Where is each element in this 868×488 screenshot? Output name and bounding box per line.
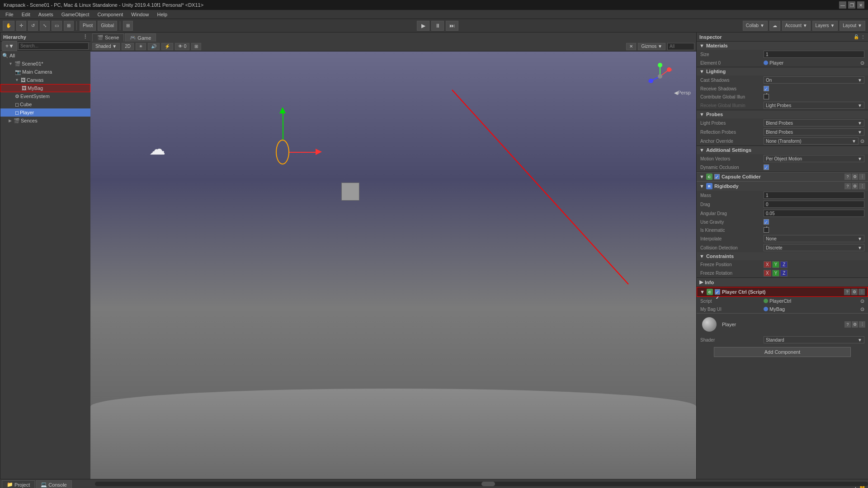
element0-select-btn[interactable]: ⊙	[860, 60, 864, 66]
capsule-collider-enable[interactable]: ✓	[714, 174, 720, 179]
shading-dropdown[interactable]: Shaded ▼	[92, 43, 120, 50]
script-select-btn[interactable]: ⊙	[860, 298, 864, 304]
anchor-override-select[interactable]: ⊙	[860, 138, 864, 144]
grid-toggle[interactable]: ⊞	[191, 43, 201, 50]
rigidbody-menu-btn[interactable]: ⋮	[859, 183, 865, 189]
scene-visibility[interactable]: 👁 0	[175, 43, 189, 50]
rigidbody-settings-btn[interactable]: ⚙	[852, 183, 858, 189]
light-probes-dropdown[interactable]: Blend Probes ▼	[764, 119, 864, 127]
pause-button[interactable]: ⏸	[431, 21, 444, 31]
freeze-pos-x[interactable]: X	[764, 261, 771, 268]
add-component-button[interactable]: Add Component	[714, 347, 851, 357]
cast-shadows-dropdown[interactable]: On ▼	[764, 76, 864, 84]
menu-window[interactable]: Window	[127, 10, 152, 19]
material-help-btn[interactable]: ?	[844, 321, 851, 328]
h-item-player[interactable]: ◻ Player	[0, 108, 90, 117]
hand-tool[interactable]: ✋	[3, 21, 14, 31]
move-tool[interactable]: ✛	[16, 21, 26, 31]
lighting-header[interactable]: ▼ Lighting	[697, 67, 868, 75]
pivot-button[interactable]: Pivot	[80, 21, 96, 31]
hierarchy-menu-icon[interactable]: ⋮	[83, 34, 88, 40]
transform-tool[interactable]: ⊞	[64, 21, 74, 31]
rigidbody-help-btn[interactable]: ?	[844, 183, 851, 189]
receive-gi-dropdown[interactable]: Light Probes ▼	[764, 102, 864, 109]
menu-assets[interactable]: Assets	[35, 10, 57, 19]
light-button[interactable]: ☀	[136, 43, 146, 50]
use-gravity-checkbox[interactable]: ✓	[764, 219, 769, 225]
global-button[interactable]: Global	[98, 21, 117, 31]
constraints-header[interactable]: ▼ Constraints	[697, 252, 868, 260]
receive-shadows-checkbox[interactable]: ✓	[764, 86, 769, 91]
freeze-rot-y[interactable]: Y	[772, 270, 780, 277]
is-kinematic-checkbox[interactable]	[764, 227, 769, 233]
close-scene[interactable]: ✕	[626, 43, 636, 50]
hierarchy-search-input[interactable]	[18, 42, 89, 50]
h-item-eventsystem[interactable]: ⚙ EventSystem	[0, 92, 90, 100]
scale-tool[interactable]: ⤡	[40, 21, 50, 31]
2d-button[interactable]: 2D	[122, 43, 134, 50]
material-settings-btn[interactable]: ⚙	[852, 321, 858, 328]
h-item-main-camera[interactable]: 📷 Main Camera	[0, 68, 90, 76]
play-button[interactable]: ▶	[417, 21, 429, 31]
reflection-probes-dropdown[interactable]: Blend Probes ▼	[764, 128, 864, 136]
materials-header[interactable]: ▼ Materials	[697, 42, 868, 50]
drag-input[interactable]	[764, 201, 864, 208]
additional-settings-header[interactable]: ▼ Additional Settings	[697, 146, 868, 154]
size-input[interactable]	[764, 51, 864, 58]
h-item-all[interactable]: 🔍 All	[0, 52, 90, 60]
menu-gameobject[interactable]: GameObject	[58, 10, 93, 19]
tab-scene[interactable]: 🎬 Scene	[92, 33, 124, 42]
h-item-sences[interactable]: ▶ 🎬 Sences	[0, 117, 90, 125]
player-ctrl-menu-btn[interactable]: ⋮	[859, 289, 865, 295]
inspector-lock[interactable]: 🔓	[854, 34, 859, 39]
step-button[interactable]: ⏭	[446, 21, 458, 31]
rect-tool[interactable]: ▭	[52, 21, 62, 31]
anchor-override-dropdown[interactable]: None (Transform) ▼	[764, 137, 859, 145]
account-button[interactable]: Account ▼	[782, 21, 811, 31]
h-item-cube[interactable]: ◻ Cube	[0, 100, 90, 108]
menu-file[interactable]: File	[2, 10, 17, 19]
h-item-mybag[interactable]: 🖼 MyBag	[0, 84, 90, 92]
player-ctrl-enable[interactable]: ✓	[715, 289, 720, 295]
search-scene[interactable]	[667, 43, 694, 50]
player-ctrl-header[interactable]: ▼ C ✓ Player Ctrl (Script) ? ⚙ ⋮	[697, 287, 868, 297]
mybag-select-btn[interactable]: ⊙	[860, 306, 864, 312]
layers-button[interactable]: Layers ▼	[812, 21, 838, 31]
freeze-pos-y[interactable]: Y	[772, 261, 780, 268]
scene-view[interactable]: ☁	[90, 52, 696, 479]
capsule-help-btn[interactable]: ?	[844, 174, 851, 180]
fx-button[interactable]: ⚡	[161, 43, 173, 50]
menu-help[interactable]: Help	[153, 10, 171, 19]
inspector-menu[interactable]: ⋮	[861, 34, 865, 39]
h-item-canvas[interactable]: ▼ 🖼 Canvas	[0, 76, 90, 84]
audio-button[interactable]: 🔊	[148, 43, 160, 50]
rigidbody-header[interactable]: ▼ R Rigidbody ? ⚙ ⋮	[697, 181, 868, 191]
capsule-menu-btn[interactable]: ⋮	[859, 174, 865, 180]
h-item-scene01[interactable]: ▼ 🎬 Scene01*	[0, 60, 90, 68]
freeze-pos-z[interactable]: Z	[780, 261, 788, 268]
tab-game[interactable]: 🎮 Game	[125, 33, 156, 42]
mass-input[interactable]	[764, 192, 864, 199]
collab-button[interactable]: Collab ▼	[743, 21, 768, 31]
motion-vectors-dropdown[interactable]: Per Object Motion ▼	[764, 155, 864, 162]
menu-component[interactable]: Component	[94, 10, 127, 19]
info-header[interactable]: ▶ Info	[697, 278, 868, 286]
layout-button[interactable]: Layout ▼	[840, 21, 865, 31]
shader-dropdown[interactable]: Standard ▼	[764, 336, 864, 343]
hierarchy-add-button[interactable]: +▼	[2, 41, 17, 51]
maximize-button[interactable]: ❐	[848, 1, 855, 9]
freeze-rot-z[interactable]: Z	[780, 270, 788, 277]
tab-console[interactable]: 💻 Console	[36, 480, 71, 488]
probes-header[interactable]: ▼ Probes	[697, 110, 868, 118]
cloud-button[interactable]: ☁	[769, 21, 780, 31]
menu-edit[interactable]: Edit	[18, 10, 34, 19]
freeze-rot-x[interactable]: X	[764, 270, 771, 277]
gizmos-dropdown[interactable]: Gizmos ▼	[638, 43, 665, 50]
contribute-gi-checkbox[interactable]	[764, 94, 769, 99]
angular-drag-input[interactable]	[764, 210, 864, 217]
capsule-collider-header[interactable]: ▼ C ✓ Capsule Collider ? ⚙ ⋮	[697, 172, 868, 181]
rotate-tool[interactable]: ↺	[28, 21, 38, 31]
tab-project[interactable]: 📁 Project	[2, 480, 35, 488]
minimize-button[interactable]: —	[839, 1, 846, 9]
dynamic-occlusion-checkbox[interactable]: ✓	[764, 164, 769, 170]
